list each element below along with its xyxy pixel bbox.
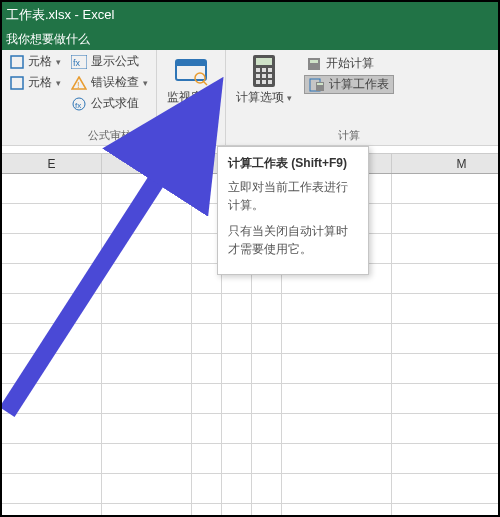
cell[interactable] bbox=[192, 384, 222, 413]
cell[interactable] bbox=[2, 444, 102, 473]
cell[interactable] bbox=[2, 264, 102, 293]
btn-error-check[interactable]: ! 错误检查 ▾ bbox=[69, 73, 150, 92]
btn-watch-window[interactable]: 监视窗口 bbox=[163, 52, 219, 106]
cell[interactable] bbox=[2, 474, 102, 503]
cell[interactable] bbox=[192, 504, 222, 517]
cell[interactable] bbox=[392, 294, 500, 323]
cell[interactable] bbox=[102, 444, 192, 473]
cell[interactable] bbox=[102, 354, 192, 383]
cell[interactable] bbox=[102, 264, 192, 293]
cell[interactable] bbox=[2, 324, 102, 353]
cell[interactable] bbox=[252, 414, 282, 443]
cell[interactable] bbox=[192, 354, 222, 383]
cell[interactable] bbox=[392, 504, 500, 517]
cell[interactable] bbox=[392, 414, 500, 443]
cell[interactable] bbox=[392, 264, 500, 293]
btn-show-formulas[interactable]: fx 显示公式 bbox=[69, 52, 150, 71]
cell[interactable] bbox=[222, 504, 252, 517]
svg-line-11 bbox=[203, 81, 207, 85]
cell[interactable] bbox=[392, 174, 500, 203]
cell[interactable] bbox=[222, 324, 252, 353]
cell[interactable] bbox=[2, 234, 102, 263]
cell[interactable] bbox=[192, 414, 222, 443]
cell[interactable] bbox=[192, 294, 222, 323]
cell[interactable] bbox=[2, 354, 102, 383]
svg-rect-19 bbox=[268, 74, 272, 78]
btn-calculate-now[interactable]: 开始计算 bbox=[304, 54, 394, 73]
btn-cell-1[interactable]: 元格 ▾ bbox=[8, 52, 63, 71]
cell[interactable] bbox=[282, 384, 392, 413]
window-title: 工作表.xlsx - Excel bbox=[6, 6, 114, 24]
svg-rect-22 bbox=[268, 80, 272, 84]
cell[interactable] bbox=[2, 204, 102, 233]
cell[interactable] bbox=[192, 324, 222, 353]
btn-calc-options[interactable]: 计算选项 ▾ bbox=[232, 52, 296, 107]
cell[interactable] bbox=[2, 174, 102, 203]
cell[interactable] bbox=[102, 204, 192, 233]
cell[interactable] bbox=[282, 474, 392, 503]
btn-cell-2[interactable]: 元格 ▾ bbox=[8, 73, 63, 92]
column-header[interactable]: E bbox=[2, 154, 102, 173]
cell[interactable] bbox=[392, 324, 500, 353]
cell[interactable] bbox=[222, 474, 252, 503]
calc-now-icon bbox=[306, 57, 322, 71]
cell[interactable] bbox=[222, 414, 252, 443]
tell-me-bar[interactable]: 我你想要做什么 bbox=[2, 28, 498, 50]
group-label-calculation: 计算 bbox=[304, 128, 394, 145]
cell[interactable] bbox=[392, 474, 500, 503]
table-row bbox=[2, 444, 498, 474]
svg-rect-0 bbox=[11, 56, 23, 68]
cell[interactable] bbox=[252, 324, 282, 353]
cell[interactable] bbox=[282, 414, 392, 443]
svg-rect-21 bbox=[262, 80, 266, 84]
column-header[interactable]: F bbox=[102, 154, 192, 173]
cell[interactable] bbox=[102, 414, 192, 443]
cell[interactable] bbox=[282, 354, 392, 383]
cell[interactable] bbox=[392, 384, 500, 413]
cell[interactable] bbox=[102, 324, 192, 353]
cell[interactable] bbox=[282, 294, 392, 323]
group-formula-audit: 元格 ▾ 元格 ▾ fx 显示公式 bbox=[2, 50, 157, 145]
cell[interactable] bbox=[252, 384, 282, 413]
table-row bbox=[2, 324, 498, 354]
cell[interactable] bbox=[392, 444, 500, 473]
cell[interactable] bbox=[2, 294, 102, 323]
tooltip-title: 计算工作表 (Shift+F9) bbox=[228, 155, 358, 172]
cell[interactable] bbox=[102, 294, 192, 323]
cell[interactable] bbox=[392, 204, 500, 233]
label: 开始计算 bbox=[326, 55, 374, 72]
label: 计算选项 ▾ bbox=[236, 90, 292, 105]
cell[interactable] bbox=[282, 324, 392, 353]
btn-calculate-sheet[interactable]: 计算工作表 bbox=[304, 75, 394, 94]
table-row bbox=[2, 414, 498, 444]
cell[interactable] bbox=[102, 504, 192, 517]
calculator-icon bbox=[247, 54, 281, 88]
cell[interactable] bbox=[192, 444, 222, 473]
cell[interactable] bbox=[282, 444, 392, 473]
cell[interactable] bbox=[2, 414, 102, 443]
cell[interactable] bbox=[252, 474, 282, 503]
svg-rect-13 bbox=[256, 58, 272, 65]
column-header[interactable]: M bbox=[392, 154, 500, 173]
cell[interactable] bbox=[222, 444, 252, 473]
error-check-icon: ! bbox=[71, 76, 87, 90]
tooltip-line1: 立即对当前工作表进行计算。 bbox=[228, 178, 358, 214]
btn-evaluate-formula[interactable]: fx 公式求值 bbox=[69, 94, 150, 113]
cell[interactable] bbox=[252, 294, 282, 323]
cell[interactable] bbox=[222, 384, 252, 413]
cell[interactable] bbox=[392, 234, 500, 263]
cell[interactable] bbox=[222, 294, 252, 323]
cell[interactable] bbox=[2, 384, 102, 413]
cell[interactable] bbox=[102, 234, 192, 263]
cell[interactable] bbox=[192, 474, 222, 503]
cell[interactable] bbox=[282, 504, 392, 517]
cell[interactable] bbox=[102, 174, 192, 203]
cell[interactable] bbox=[392, 354, 500, 383]
cell[interactable] bbox=[2, 504, 102, 517]
cell[interactable] bbox=[222, 354, 252, 383]
cell[interactable] bbox=[252, 504, 282, 517]
cell[interactable] bbox=[252, 444, 282, 473]
cell[interactable] bbox=[102, 384, 192, 413]
cell[interactable] bbox=[102, 474, 192, 503]
cell[interactable] bbox=[252, 354, 282, 383]
